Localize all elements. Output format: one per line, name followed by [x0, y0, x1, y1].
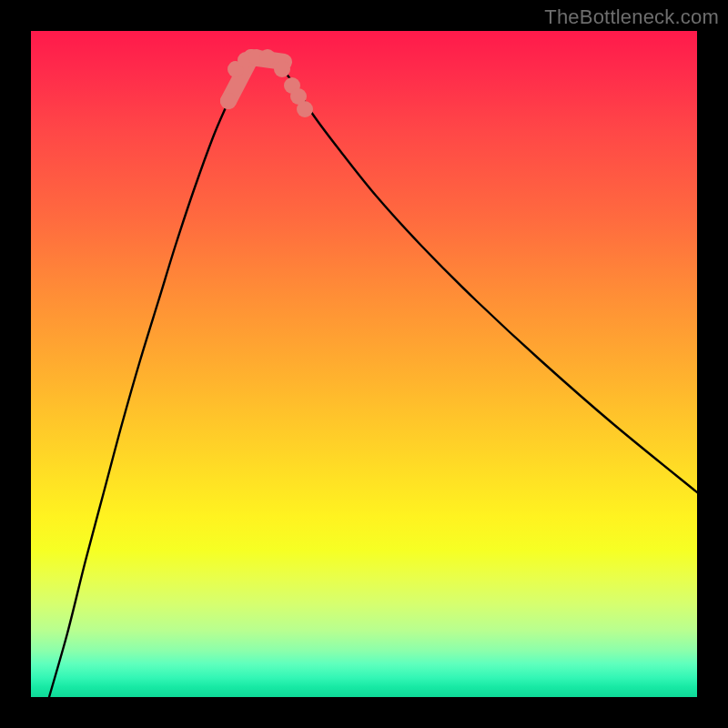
- highlight-dot: [220, 93, 237, 109]
- plot-area: [31, 31, 697, 697]
- highlight-dot: [274, 61, 290, 77]
- highlight-dot: [259, 49, 276, 66]
- bottleneck-curve: [49, 56, 697, 697]
- highlight-dot: [297, 101, 313, 117]
- curve-layer: [31, 31, 697, 697]
- chart-frame: TheBottleneck.com: [0, 0, 728, 728]
- watermark: TheBottleneck.com: [544, 5, 719, 29]
